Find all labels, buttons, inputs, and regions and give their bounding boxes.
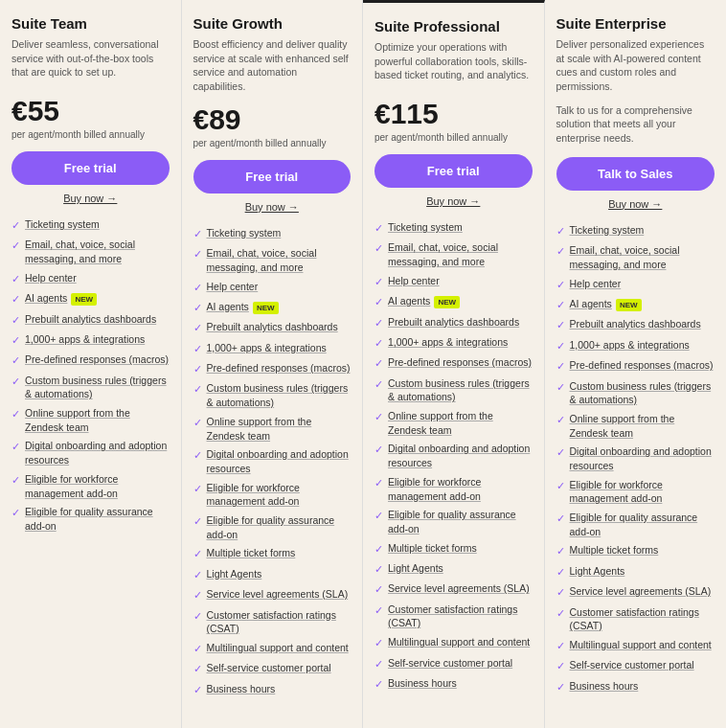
feature-list-enterprise: ✓Ticketing system✓Email, chat, voice, so… [556, 223, 715, 694]
cta-button-professional[interactable]: Free trial [374, 154, 533, 188]
feature-label: Custom business rules (triggers & automa… [570, 379, 715, 407]
list-item: ✓Self-service customer portal [556, 658, 715, 673]
list-item: ✓Online support from the Zendesk team [11, 406, 170, 434]
check-icon: ✓ [374, 603, 383, 618]
list-item: ✓Custom business rules (triggers & autom… [374, 376, 533, 404]
list-item: ✓AI agentsNEW [556, 297, 715, 312]
plan-desc-enterprise: Deliver personalized experiences at scal… [556, 37, 715, 94]
cta-button-team[interactable]: Free trial [11, 151, 170, 185]
feature-label: Pre-defined responses (macros) [570, 358, 714, 373]
list-item: ✓Ticketing system [556, 223, 715, 239]
feature-label: Digital onboarding and adoption resource… [570, 444, 715, 472]
list-item: ✓Eligible for workforce management add-o… [556, 478, 715, 506]
list-item: ✓Eligible for quality assurance add-on [11, 505, 170, 533]
check-icon: ✓ [11, 292, 20, 307]
check-icon: ✓ [556, 298, 565, 312]
check-icon: ✓ [374, 316, 383, 330]
list-item: ✓1,000+ apps & integrations [374, 335, 533, 351]
feature-label: Multiple ticket forms [388, 541, 477, 556]
feature-label: Multilingual support and content [570, 638, 712, 652]
check-icon: ✓ [11, 440, 20, 454]
list-item: ✓Multiple ticket forms [193, 546, 352, 561]
feature-label: Online support from the Zendesk team [25, 406, 170, 434]
list-item: ✓Eligible for quality assurance add-on [193, 513, 352, 541]
check-icon: ✓ [11, 272, 20, 286]
check-icon: ✓ [556, 224, 565, 239]
feature-label: Light Agents [570, 564, 625, 579]
check-icon: ✓ [374, 295, 383, 309]
check-icon: ✓ [193, 362, 202, 376]
feature-label: Multilingual support and content [388, 635, 530, 649]
list-item: ✓AI agentsNEW [11, 291, 170, 307]
check-icon: ✓ [193, 247, 202, 262]
feature-label: Help center [388, 274, 440, 288]
list-item: ✓Light Agents [374, 561, 533, 577]
buy-now-link-professional[interactable]: Buy now → [374, 195, 533, 207]
check-icon: ✓ [374, 275, 383, 289]
check-icon: ✓ [556, 544, 565, 558]
cta-button-growth[interactable]: Free trial [193, 160, 352, 193]
new-badge: NEW [434, 296, 460, 308]
plan-col-team: Suite TeamDeliver seamless, conversation… [0, 0, 182, 728]
list-item: ✓Pre-defined responses (macros) [11, 353, 170, 368]
feature-label: Multilingual support and content [207, 641, 349, 655]
check-icon: ✓ [193, 342, 202, 356]
feature-label: Digital onboarding and adoption resource… [388, 442, 533, 469]
feature-label: Eligible for quality assurance add-on [388, 508, 533, 535]
feature-label: Light Agents [388, 561, 443, 576]
check-icon: ✓ [193, 416, 202, 430]
feature-label: Prebuilt analytics dashboards [25, 312, 156, 327]
list-item: ✓AI agentsNEW [374, 294, 533, 309]
feature-label: Self-service customer portal [570, 658, 694, 672]
feature-label: Multiple ticket forms [207, 546, 296, 560]
check-icon: ✓ [11, 218, 20, 233]
list-item: ✓Email, chat, voice, social messaging, a… [556, 243, 715, 271]
list-item: ✓Custom business rules (triggers & autom… [193, 381, 352, 409]
list-item: ✓Eligible for workforce management add-o… [193, 481, 352, 509]
list-item: ✓Service level agreements (SLA) [193, 587, 352, 603]
list-item: ✓Customer satisfaction ratings (CSAT) [193, 608, 352, 636]
check-icon: ✓ [374, 542, 383, 557]
plan-col-enterprise: Suite EnterpriseDeliver personalized exp… [545, 0, 727, 728]
feature-label: Ticketing system [570, 223, 645, 238]
list-item: ✓Business hours [193, 682, 352, 697]
feature-label: Self-service customer portal [207, 661, 331, 675]
plan-price-team: €55 [11, 95, 170, 127]
feature-label: 1,000+ apps & integrations [570, 338, 690, 353]
list-item: ✓Ticketing system [374, 220, 533, 236]
feature-label: Pre-defined responses (macros) [207, 361, 351, 375]
check-icon: ✓ [556, 606, 565, 621]
check-icon: ✓ [556, 585, 565, 600]
feature-label: Customer satisfaction ratings (CSAT) [388, 603, 533, 630]
buy-now-link-growth[interactable]: Buy now → [193, 201, 352, 213]
cta-button-enterprise[interactable]: Talk to Sales [556, 157, 715, 191]
plan-name-growth: Suite Growth [193, 15, 352, 32]
list-item: ✓Pre-defined responses (macros) [556, 358, 715, 374]
feature-label: Multiple ticket forms [570, 543, 659, 557]
list-item: ✓Digital onboarding and adoption resourc… [374, 442, 533, 469]
feature-label: Help center [570, 277, 622, 291]
feature-label: Prebuilt analytics dashboards [207, 320, 338, 334]
feature-label: Email, chat, voice, social messaging, an… [570, 243, 715, 271]
list-item: ✓Digital onboarding and adoption resourc… [193, 447, 352, 475]
list-item: ✓Pre-defined responses (macros) [374, 355, 533, 371]
list-item: ✓Customer satisfaction ratings (CSAT) [556, 605, 715, 633]
check-icon: ✓ [556, 359, 565, 374]
list-item: ✓Prebuilt analytics dashboards [193, 320, 352, 335]
pricing-grid: Suite TeamDeliver seamless, conversation… [0, 0, 726, 728]
feature-label: AI agentsNEW [207, 300, 279, 314]
feature-label: 1,000+ apps & integrations [388, 335, 508, 350]
buy-now-link-team[interactable]: Buy now → [11, 193, 170, 204]
buy-now-link-enterprise[interactable]: Buy now → [556, 198, 715, 210]
list-item: ✓Prebuilt analytics dashboards [374, 315, 533, 330]
list-item: ✓1,000+ apps & integrations [11, 332, 170, 348]
feature-label: Eligible for workforce management add-on [25, 472, 170, 500]
new-badge: NEW [71, 293, 97, 306]
list-item: ✓1,000+ apps & integrations [556, 338, 715, 353]
check-icon: ✓ [193, 609, 202, 624]
new-badge: NEW [253, 302, 279, 314]
list-item: ✓Email, chat, voice, social messaging, a… [374, 240, 533, 268]
feature-label: Eligible for quality assurance add-on [207, 513, 352, 541]
check-icon: ✓ [193, 514, 202, 529]
list-item: ✓Prebuilt analytics dashboards [11, 312, 170, 328]
